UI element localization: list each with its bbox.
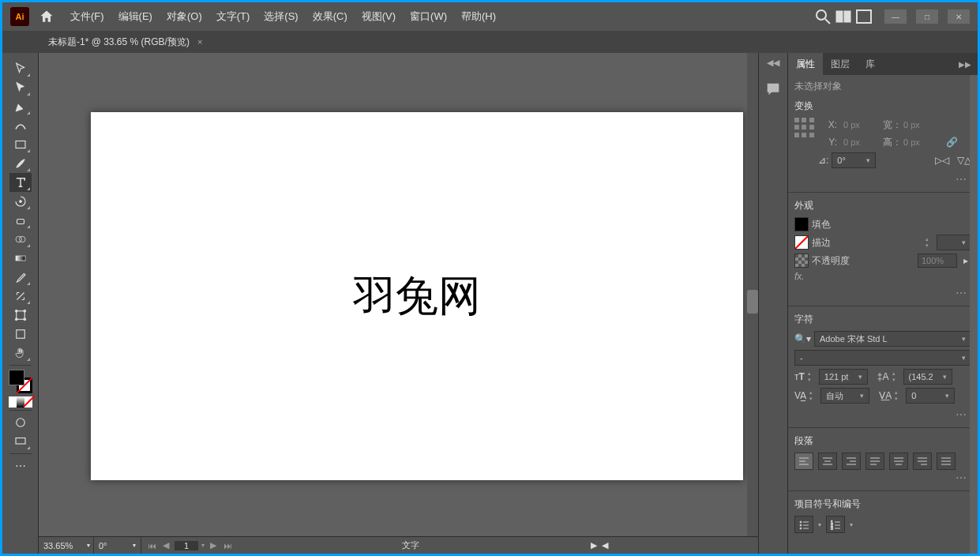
vertical-scrollbar[interactable] bbox=[747, 53, 758, 536]
menu-effect[interactable]: 效果(C) bbox=[306, 6, 354, 27]
transform-menu-icon[interactable]: ⋯ bbox=[794, 171, 971, 187]
align-center-button[interactable] bbox=[818, 453, 837, 470]
tab-layers[interactable]: 图层 bbox=[823, 53, 858, 75]
nav-last-icon[interactable]: ⏭ bbox=[222, 541, 233, 550]
font-search-icon[interactable]: 🔍▾ bbox=[794, 333, 811, 344]
link-icon[interactable]: 🔗 bbox=[946, 137, 958, 148]
font-style-dropdown[interactable]: -▾ bbox=[794, 350, 971, 366]
kerning-stepper[interactable]: ▴▾ bbox=[809, 389, 817, 403]
x-field[interactable]: 0 px bbox=[840, 118, 880, 132]
canvas-viewport[interactable]: 羽兔网 bbox=[39, 53, 758, 536]
curvature-tool[interactable] bbox=[9, 116, 32, 135]
align-left-button[interactable] bbox=[794, 453, 813, 470]
reference-point[interactable] bbox=[794, 118, 815, 138]
page-field[interactable]: 1 bbox=[175, 541, 198, 550]
opacity-swatch[interactable] bbox=[794, 254, 809, 268]
tab-close-icon[interactable]: × bbox=[197, 37, 202, 47]
paintbrush-tool[interactable] bbox=[9, 154, 32, 173]
rectangle-tool[interactable] bbox=[9, 135, 32, 154]
back-icon[interactable]: ◀ bbox=[602, 540, 608, 550]
menu-view[interactable]: 视图(V) bbox=[355, 6, 402, 27]
stroke-stepper[interactable]: ▴▾ bbox=[926, 235, 933, 250]
w-field[interactable]: 0 px bbox=[900, 118, 940, 132]
w-label: 宽： bbox=[883, 118, 897, 132]
menu-type[interactable]: 文字(T) bbox=[210, 6, 257, 27]
y-field[interactable]: 0 px bbox=[840, 135, 880, 149]
artboard[interactable]: 羽兔网 bbox=[91, 112, 743, 480]
direct-selection-tool[interactable] bbox=[9, 78, 32, 97]
comments-icon[interactable] bbox=[760, 77, 786, 102]
menu-select[interactable]: 选择(S) bbox=[257, 6, 304, 27]
pen-tool[interactable] bbox=[9, 97, 32, 116]
stroke-weight-field[interactable]: ▾ bbox=[937, 235, 971, 250]
close-button[interactable]: ✕ bbox=[948, 9, 970, 24]
document-tab[interactable]: 未标题-1* @ 33.65 % (RGB/预览) × bbox=[40, 31, 210, 53]
flip-h-icon[interactable]: ▷◁ bbox=[935, 155, 949, 166]
fill-stroke-swatch[interactable] bbox=[9, 370, 32, 393]
menu-file[interactable]: 文件(F) bbox=[64, 6, 111, 27]
align-right-button[interactable] bbox=[842, 453, 861, 470]
justify-center-button[interactable] bbox=[889, 453, 908, 470]
scale-tool[interactable] bbox=[9, 287, 32, 306]
edit-toolbar-icon[interactable]: ⋯ bbox=[9, 456, 32, 475]
eraser-tool[interactable] bbox=[9, 211, 32, 230]
font-size-field[interactable]: 121 pt▾ bbox=[819, 369, 868, 385]
artboard-tool[interactable] bbox=[9, 325, 32, 344]
leading-field[interactable]: (145.2▾ bbox=[903, 369, 952, 385]
rotate-tool[interactable] bbox=[9, 192, 32, 211]
fill-swatch[interactable] bbox=[794, 217, 809, 231]
paragraph-menu-icon[interactable]: ⋯ bbox=[794, 470, 971, 486]
appearance-menu-icon[interactable]: ⋯ bbox=[794, 285, 971, 301]
numbered-list-button[interactable]: 123 bbox=[826, 516, 845, 533]
nav-next-icon[interactable]: ▶ bbox=[208, 540, 219, 550]
search-icon[interactable] bbox=[813, 7, 832, 26]
tab-properties[interactable]: 属性 bbox=[788, 53, 823, 75]
collapse-panel-icon[interactable]: ▶▶ bbox=[959, 60, 978, 69]
stroke-label: 描边 bbox=[812, 236, 831, 250]
h-field[interactable]: 0 px bbox=[900, 135, 940, 149]
type-tool[interactable] bbox=[9, 173, 32, 192]
gradient-tool[interactable] bbox=[9, 249, 32, 268]
nav-first-icon[interactable]: ⏮ bbox=[146, 541, 157, 550]
menu-object[interactable]: 对象(O) bbox=[160, 6, 208, 27]
bullet-list-button[interactable] bbox=[794, 516, 813, 533]
home-icon[interactable] bbox=[39, 9, 54, 24]
free-transform-tool[interactable] bbox=[9, 306, 32, 325]
zoom-field[interactable]: 33.65%▾ bbox=[39, 537, 94, 554]
workspace-icon[interactable] bbox=[854, 7, 873, 26]
collapse-dock-icon[interactable]: ◀◀ bbox=[767, 58, 779, 68]
size-stepper[interactable]: ▴▾ bbox=[808, 370, 816, 384]
rotation-field[interactable]: 0°▾ bbox=[832, 152, 876, 168]
rotation-field[interactable]: 0°▾ bbox=[94, 537, 141, 554]
justify-all-button[interactable] bbox=[937, 453, 956, 470]
kerning-field[interactable]: 自动▾ bbox=[820, 388, 869, 404]
character-menu-icon[interactable]: ⋯ bbox=[794, 407, 971, 423]
arrange-docs-icon[interactable] bbox=[834, 7, 853, 26]
tracking-field[interactable]: 0▾ bbox=[906, 388, 955, 404]
selection-tool[interactable] bbox=[9, 59, 32, 78]
text-object[interactable]: 羽兔网 bbox=[353, 268, 481, 325]
play-icon[interactable]: ▶ bbox=[591, 540, 597, 550]
tracking-stepper[interactable]: ▴▾ bbox=[895, 389, 903, 403]
fx-label[interactable]: fx. bbox=[794, 271, 805, 282]
justify-left-button[interactable] bbox=[865, 453, 884, 470]
opacity-field[interactable]: 100% bbox=[918, 254, 957, 268]
menu-window[interactable]: 窗口(W) bbox=[404, 6, 453, 27]
font-family-dropdown[interactable]: Adobe 宋体 Std L▾ bbox=[814, 331, 971, 347]
eyedropper-tool[interactable] bbox=[9, 268, 32, 287]
justify-right-button[interactable] bbox=[913, 453, 932, 470]
draw-mode-icon[interactable] bbox=[9, 413, 32, 432]
hand-tool[interactable] bbox=[9, 344, 32, 363]
menu-help[interactable]: 帮助(H) bbox=[455, 6, 502, 27]
color-mode-row[interactable] bbox=[9, 396, 32, 408]
stroke-swatch[interactable] bbox=[794, 235, 809, 250]
nav-prev-icon[interactable]: ◀ bbox=[160, 540, 171, 550]
panel-scrollbar[interactable] bbox=[970, 75, 978, 554]
leading-stepper[interactable]: ▴▾ bbox=[892, 370, 900, 384]
tab-libraries[interactable]: 库 bbox=[858, 53, 883, 75]
shape-builder-tool[interactable] bbox=[9, 230, 32, 249]
maximize-button[interactable]: □ bbox=[916, 9, 938, 24]
minimize-button[interactable]: — bbox=[884, 9, 907, 24]
screen-mode-icon[interactable] bbox=[9, 432, 32, 451]
menu-edit[interactable]: 编辑(E) bbox=[112, 6, 159, 27]
